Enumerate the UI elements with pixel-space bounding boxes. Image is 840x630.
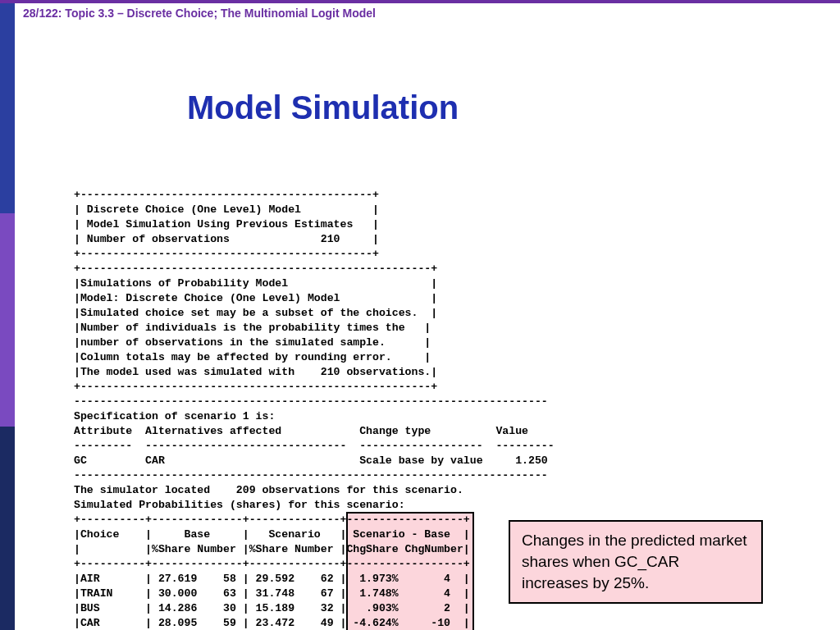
annotation-text: Changes in the predicted market shares w… — [522, 532, 747, 591]
slide-body: Model Simulation +----------------------… — [15, 28, 840, 630]
model-output: +---------------------------------------… — [74, 188, 555, 630]
left-stripe-middle — [0, 213, 15, 427]
model-output-wrap: +---------------------------------------… — [74, 188, 555, 630]
left-stripe-bottom — [0, 427, 15, 630]
accent-bar — [0, 0, 840, 3]
page-title: Model Simulation — [187, 89, 459, 126]
slide-header: 28/122: Topic 3.3 – Discrete Choice; The… — [23, 7, 824, 20]
annotation-callout: Changes in the predicted market shares w… — [509, 520, 763, 604]
